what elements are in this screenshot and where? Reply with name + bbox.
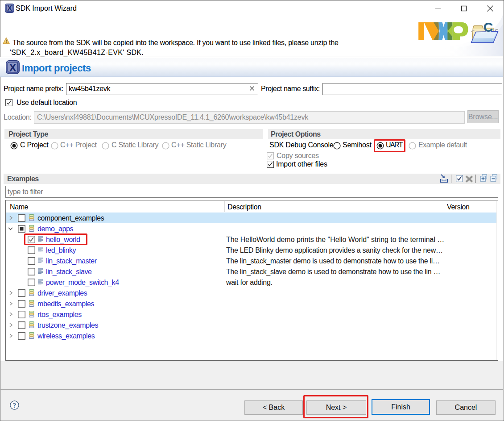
svg-text:X: X xyxy=(7,4,12,12)
svg-text:?: ? xyxy=(13,402,17,409)
svg-text:C: C xyxy=(483,20,493,34)
svg-text:X: X xyxy=(9,62,16,74)
